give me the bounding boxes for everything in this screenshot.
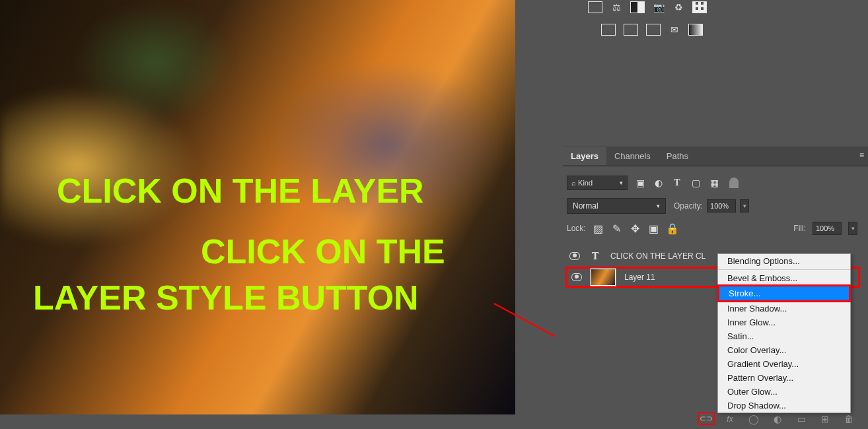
camera-icon[interactable]: 📷 (653, 1, 665, 13)
contrast-icon[interactable] (630, 1, 645, 13)
filter-smart-icon[interactable]: ▦ (708, 177, 720, 189)
visibility-icon[interactable] (571, 273, 582, 281)
fill-label: Fill: (793, 224, 806, 233)
layer-name[interactable]: CLICK ON THE LAYER CL (610, 251, 705, 261)
fill-input[interactable]: 100% (813, 222, 842, 235)
filter-toggle[interactable] (729, 178, 739, 188)
layer-filter-row: ⌕ Kind▾ ▣ ◐ T ▢ ▦ (567, 176, 739, 190)
layers-bottom-bar: fx ◯ ◐ ▭ ⊞ 🗑 (724, 413, 855, 425)
adjustment-layer-icon[interactable]: ◐ (772, 413, 783, 425)
threshold-icon[interactable] (646, 24, 661, 36)
posterize-icon[interactable] (624, 24, 638, 36)
panel-flyout-icon[interactable]: ≡ (859, 150, 864, 160)
menu-blending-options[interactable]: Blending Options... (718, 254, 850, 268)
link-layers-icon[interactable]: ⊂⊃ (698, 412, 715, 425)
filter-image-icon[interactable]: ▣ (634, 177, 646, 189)
filter-adjustment-icon[interactable]: ◐ (653, 177, 665, 189)
invert-icon[interactable] (601, 24, 616, 36)
menu-inner-glow[interactable]: Inner Glow... (718, 315, 850, 329)
canvas[interactable]: CLICK ON THE LAYER CLICK ON THE LAYER ST… (0, 0, 515, 414)
canvas-text-line1: CLICK ON THE LAYER (57, 173, 424, 209)
fill-chevron-icon[interactable]: ▾ (848, 222, 857, 235)
menu-bevel-emboss[interactable]: Bevel & Emboss... (718, 271, 850, 285)
menu-inner-shadow[interactable]: Inner Shadow... (718, 302, 850, 315)
menu-gradient-overlay[interactable]: Gradient Overlay... (718, 357, 850, 371)
menu-stroke[interactable]: Stroke... (717, 284, 851, 302)
layer-style-menu: Blending Options... Bevel & Emboss... St… (717, 253, 851, 413)
lock-all-icon[interactable]: 🔒 (667, 222, 678, 234)
blend-mode-select[interactable]: Normal▾ (567, 198, 666, 214)
filter-type-icon[interactable]: T (671, 177, 683, 189)
tab-paths[interactable]: Paths (659, 147, 696, 165)
menu-pattern-overlay[interactable]: Pattern Overlay... (718, 371, 850, 385)
fx-icon[interactable]: fx (724, 413, 736, 425)
lock-artboard-icon[interactable]: ▣ (648, 222, 660, 234)
balance-icon[interactable]: ⚖ (610, 1, 622, 13)
recycle-icon[interactable]: ♻ (672, 1, 684, 13)
opacity-chevron-icon[interactable]: ▾ (740, 199, 749, 213)
lock-label: Lock: (567, 224, 586, 233)
layer-thumbnail[interactable] (590, 268, 616, 286)
adjustment-icons-row2: ✉ (601, 24, 703, 36)
visibility-icon[interactable] (569, 252, 580, 260)
canvas-text-line2: CLICK ON THE (201, 234, 445, 270)
menu-color-overlay[interactable]: Color Overlay... (718, 343, 850, 357)
menu-outer-glow[interactable]: Outer Glow... (718, 385, 850, 399)
canvas-text-line3: LAYER STYLE BUTTON (33, 280, 419, 316)
type-layer-icon: T (588, 249, 602, 263)
lock-transparency-icon[interactable]: ▨ (593, 222, 604, 234)
new-layer-icon[interactable]: ⊞ (819, 413, 831, 425)
lock-row: Lock: ▨ ✎ ✥ ▣ 🔒 Fill: 100% ▾ (567, 222, 857, 235)
mask-icon[interactable]: ◯ (748, 413, 760, 425)
layer-name[interactable]: Layer 11 (624, 273, 655, 282)
envelope-icon[interactable]: ✉ (669, 24, 680, 36)
group-icon[interactable]: ▭ (795, 413, 807, 425)
lock-move-icon[interactable]: ✥ (630, 222, 641, 234)
opacity-input[interactable]: 100% (707, 199, 736, 213)
menu-satin[interactable]: Satin... (718, 329, 850, 343)
filter-kind-select[interactable]: ⌕ Kind▾ (567, 176, 628, 190)
trash-icon[interactable]: 🗑 (843, 413, 855, 425)
lock-brush-icon[interactable]: ✎ (611, 222, 623, 234)
tab-channels[interactable]: Channels (606, 147, 659, 165)
menu-separator (718, 269, 850, 270)
filter-shape-icon[interactable]: ▢ (690, 177, 702, 189)
opacity-label: Opacity: (674, 201, 703, 211)
histogram-icon[interactable] (588, 1, 602, 13)
blend-row: Normal▾ Opacity: 100% ▾ (567, 198, 857, 214)
panel-tabs: Layers Channels Paths (563, 147, 868, 166)
grid-icon[interactable] (692, 1, 707, 13)
adjustment-icons-row1: ⚖ 📷 ♻ (588, 1, 707, 13)
tab-layers[interactable]: Layers (563, 147, 606, 165)
gradient-map-icon[interactable] (688, 24, 703, 36)
menu-drop-shadow[interactable]: Drop Shadow... (718, 399, 850, 412)
